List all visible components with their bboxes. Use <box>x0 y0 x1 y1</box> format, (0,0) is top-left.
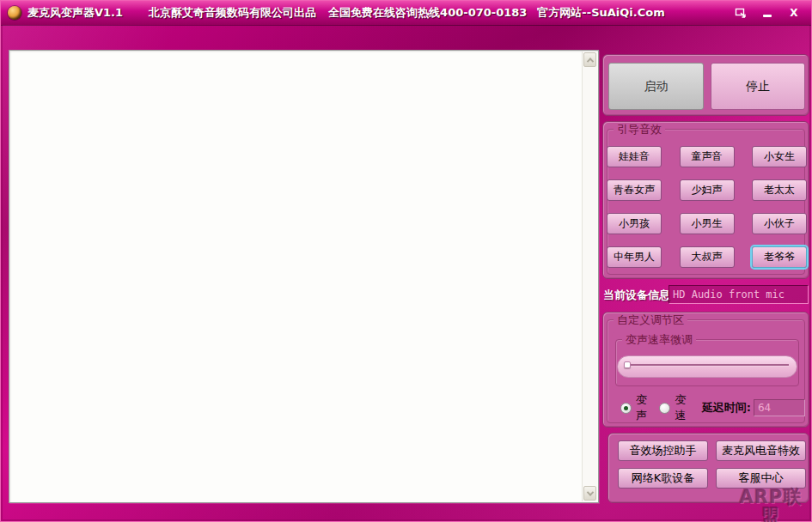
effect-button-xiaonanhai[interactable]: 小男孩 <box>607 213 662 234</box>
effects-group-title: 引导音效 <box>614 123 665 136</box>
device-info-field[interactable] <box>669 285 809 304</box>
slider-groove <box>626 364 789 366</box>
scroll-down-button[interactable] <box>583 486 596 501</box>
effect-button-wawayin[interactable]: 娃娃音 <box>607 146 662 167</box>
effect-button-laotaitai[interactable]: 老太太 <box>752 179 807 201</box>
effect-button-xiaohuozi[interactable]: 小伙子 <box>752 213 807 234</box>
company-text: 北京酥艾奇音频数码有限公司出品 <box>149 5 316 21</box>
customer-service-button[interactable]: 客服中心 <box>716 468 806 489</box>
effect-button-laoyeye[interactable]: 老爷爷 <box>752 246 807 268</box>
minimize-button[interactable] <box>758 6 777 21</box>
mode-radio-row: 变声 变速 延迟时间: <box>620 398 805 417</box>
slider-thumb[interactable] <box>624 361 631 368</box>
voice-change-label[interactable]: 变声 <box>636 392 650 423</box>
speed-change-label[interactable]: 变速 <box>675 392 689 423</box>
title-bar: 麦克风变声器V1.1 北京酥艾奇音频数码有限公司出品 全国免费在线咨询热线400… <box>1 1 811 25</box>
app-title: 麦克风变声器V1.1 <box>27 5 123 21</box>
scene-control-assistant-button[interactable]: 音效场控助手 <box>618 440 708 461</box>
delay-time-field[interactable] <box>754 399 805 416</box>
app-window: 麦克风变声器V1.1 北京酥艾奇音频数码有限公司出品 全国免费在线咨询热线400… <box>0 0 812 522</box>
effect-button-xiaonvsheng[interactable]: 小女生 <box>752 146 807 167</box>
rate-tune-groupbox: 变声速率微调 <box>612 332 803 390</box>
effects-groupbox: 引导音效 娃娃音 童声音 小女生 青春女声 少妇声 老太太 小男孩 小男生 小伙… <box>602 121 809 279</box>
speed-change-radio[interactable] <box>659 403 670 414</box>
effect-button-dashusheng[interactable]: 大叔声 <box>680 246 735 268</box>
tools-panel: 音效场控助手 麦克风电音特效 网络K歌设备 客服中心 <box>607 433 809 503</box>
rate-tune-title: 变声速率微调 <box>622 333 696 346</box>
log-listbox[interactable] <box>9 50 599 503</box>
vertical-scrollbar[interactable] <box>582 52 597 501</box>
chevron-down-icon <box>586 489 593 495</box>
effect-button-qingchunnvsheng[interactable]: 青春女声 <box>607 179 662 201</box>
minimize-icon <box>763 15 772 17</box>
website-text: 官方网站--SuAiQi.Com <box>537 5 664 21</box>
tray-button[interactable] <box>731 6 750 21</box>
close-button[interactable]: X <box>785 6 803 21</box>
effects-grid: 娃娃音 童声音 小女生 青春女声 少妇声 老太太 小男孩 小男生 小伙子 中年男… <box>607 146 807 268</box>
voice-change-radio[interactable] <box>620 403 632 414</box>
effect-button-zhongnianren[interactable]: 中年男人 <box>607 246 662 268</box>
custom-group-title: 自定义调节区 <box>614 313 687 326</box>
custom-adjust-groupbox: 自定义调节区 变声速率微调 变声 变速 延迟时间: <box>602 312 809 428</box>
rate-slider[interactable] <box>617 355 797 378</box>
effect-button-shaofusheng[interactable]: 少妇声 <box>680 179 735 201</box>
network-karaoke-device-button[interactable]: 网络K歌设备 <box>618 468 708 489</box>
mic-electronic-effects-button[interactable]: 麦克风电音特效 <box>716 440 806 461</box>
tray-icon <box>735 8 747 18</box>
delay-time-label: 延迟时间: <box>702 400 751 416</box>
hotline-text: 全国免费在线咨询热线400-070-0183 <box>328 5 527 21</box>
effect-button-tongsheng[interactable]: 童声音 <box>680 146 735 167</box>
effect-button-xiaonansheng[interactable]: 小男生 <box>680 213 735 234</box>
transport-panel: 启动 停止 <box>602 54 809 116</box>
app-icon <box>8 6 21 20</box>
start-button[interactable]: 启动 <box>608 63 704 110</box>
device-info-label: 当前设备信息 <box>603 288 670 303</box>
scroll-up-button[interactable] <box>583 52 596 67</box>
chevron-up-icon <box>586 58 593 64</box>
stop-button[interactable]: 停止 <box>711 63 805 110</box>
